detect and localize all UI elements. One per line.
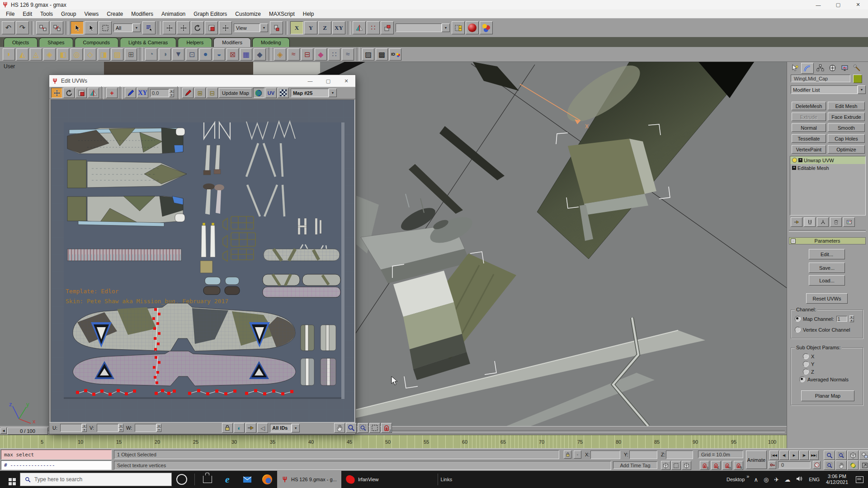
animate-button[interactable]: Animate xyxy=(746,450,767,469)
menu-maxscript[interactable]: MAXScript xyxy=(265,9,299,18)
reference-coordinate-dropdown-arrow-icon[interactable]: ▼ xyxy=(260,23,268,32)
spinner-snap-icon[interactable]: ⇅ xyxy=(734,461,743,470)
pan-view-icon[interactable] xyxy=(835,460,847,470)
select-and-move-icon[interactable] xyxy=(163,21,176,34)
volume-icon[interactable] xyxy=(796,475,802,483)
edit-mesh-icon[interactable]: ⊟ xyxy=(301,48,313,61)
snap-cube-dashed-icon[interactable] xyxy=(671,461,681,470)
snap-cube-icon[interactable] xyxy=(661,461,670,470)
tray-circle-icon[interactable]: ◎ xyxy=(764,476,769,483)
utilities-tab-button[interactable] xyxy=(851,63,863,73)
absolute-offset-toggle[interactable]: ▫ xyxy=(574,450,581,459)
menu-help[interactable]: Help xyxy=(299,9,318,18)
uvw-map-icon[interactable]: ◆ xyxy=(315,48,327,61)
dialog-maximize-button[interactable]: ▢ xyxy=(319,75,337,87)
twist-modifier-icon[interactable]: ◬ xyxy=(30,48,42,61)
window-titlebar[interactable]: HS 126 9.gmax - gmax — ▢ ✕ xyxy=(0,0,868,10)
menu-animation[interactable]: Animation xyxy=(157,9,189,18)
go-to-end-button[interactable]: ▶▶| xyxy=(809,450,819,460)
menu-group[interactable]: Group xyxy=(57,9,80,18)
taper-modifier-icon[interactable]: ◭ xyxy=(16,48,28,61)
show-map-icon[interactable] xyxy=(253,88,264,98)
uv-canvas[interactable]: Template: Edlor Skin: Pete Shaw aka Miss… xyxy=(51,99,355,423)
go-to-start-button[interactable]: |◀◀ xyxy=(769,450,779,460)
make-unique-icon[interactable] xyxy=(817,217,829,227)
edit-uvws-dialog[interactable]: Edit UVWs — ▢ ✕ +XY0.0▲▼⊞⊟Update MapUVMa… xyxy=(49,75,356,434)
named-selection-dropdown-arrow-icon[interactable]: ▼ xyxy=(442,23,450,32)
menu-customize[interactable]: Customize xyxy=(231,9,265,18)
window-minimize-button[interactable]: — xyxy=(808,0,828,9)
stack-item-unwrap-uvw[interactable]: +Unwrap UVW xyxy=(790,156,865,164)
pickup-icon[interactable]: ⊞ xyxy=(194,88,206,98)
bevel-modifier-icon[interactable]: ◨ xyxy=(98,48,110,61)
tab-objects[interactable]: Objects xyxy=(4,38,38,47)
tab-lights-cameras[interactable]: Lights & Cameras xyxy=(120,38,176,47)
update-map-button[interactable]: Update Map xyxy=(219,88,252,98)
track-bar[interactable]: 5101520253035404550556065707580859095100 xyxy=(0,435,787,448)
menu-create[interactable]: Create xyxy=(103,9,127,18)
radio-icon[interactable] xyxy=(803,353,809,359)
tab-modifiers[interactable]: Modifiers xyxy=(213,38,251,47)
min-max-toggle-icon[interactable] xyxy=(859,460,868,470)
restrict-z-button[interactable]: Z xyxy=(318,21,331,34)
radio-icon[interactable] xyxy=(803,369,809,375)
u-field[interactable]: ▲▼ xyxy=(60,424,87,432)
store-button[interactable] xyxy=(198,471,217,488)
zoom-viewport-icon[interactable] xyxy=(824,450,835,460)
sub-object-radio-x[interactable]: X xyxy=(803,353,814,359)
rotate-angle-field-spinner[interactable]: ▲▼ xyxy=(169,89,174,97)
selection-filter-dropdown[interactable]: All▼ xyxy=(113,23,141,32)
edit-patch-icon[interactable]: ◈ xyxy=(274,48,286,61)
deletemesh-button[interactable]: DeleteMesh xyxy=(792,102,826,110)
spline-tools-icon[interactable]: ≈ xyxy=(342,48,354,61)
load-button[interactable]: Load... xyxy=(809,275,845,286)
layer-manager-icon[interactable] xyxy=(452,21,465,34)
show-end-result-icon[interactable] xyxy=(804,217,816,227)
lock-selected-vertices-icon[interactable] xyxy=(222,423,233,433)
key-mode-toggle[interactable] xyxy=(769,461,776,469)
desktop-overflow-chevron[interactable]: » xyxy=(746,474,749,479)
rotate-uv-icon[interactable] xyxy=(63,88,75,98)
stack-item-editable-mesh[interactable]: +Editable Mesh xyxy=(790,164,865,172)
xform-modifier-icon[interactable]: ⊞ xyxy=(125,48,137,61)
sphere-modifier-icon[interactable]: ● xyxy=(199,48,212,61)
move-uv-icon[interactable] xyxy=(51,88,62,98)
v-field[interactable]: ▲▼ xyxy=(97,424,123,432)
edit-mesh-button[interactable]: Edit Mesh xyxy=(828,102,865,110)
noise-modifier-icon[interactable]: ◈ xyxy=(43,48,56,61)
snap-3d-icon[interactable]: 3 xyxy=(700,461,709,470)
bend-modifier-icon[interactable]: ◗ xyxy=(3,48,15,61)
cap-holes-button[interactable]: Cap Holes xyxy=(828,134,865,143)
hierarchy-tab-button[interactable] xyxy=(814,63,826,73)
time-configuration-button[interactable] xyxy=(813,461,821,469)
zoom-all-icon[interactable] xyxy=(835,450,847,460)
id-filter-dropdown-arrow-icon[interactable]: ▼ xyxy=(292,424,300,432)
percent-snap-icon[interactable]: % xyxy=(722,461,732,470)
lattice-modifier-icon[interactable]: ▨ xyxy=(111,48,123,61)
lathe-modifier-icon[interactable]: ◎ xyxy=(71,48,83,61)
sub-object-radio-z[interactable]: Z xyxy=(803,369,814,375)
w-field[interactable]: ▲▼ xyxy=(135,424,161,432)
snap-icon[interactable]: 2 xyxy=(381,423,392,433)
clock[interactable]: 3:06 PM 4/12/2021 xyxy=(826,474,848,485)
checker-flag2-icon[interactable]: ▩ xyxy=(376,48,388,61)
tab-helpers[interactable]: Helpers xyxy=(178,38,212,47)
modifier-stack[interactable]: +Unwrap UVW+Editable Mesh xyxy=(790,156,866,216)
w-field-spinner[interactable]: ▲▼ xyxy=(156,424,161,432)
sub-object-radio-averaged-normals[interactable]: Averaged Normals xyxy=(799,376,849,382)
unwrap-icon[interactable]: ∷ xyxy=(328,48,340,61)
smooth-modifier-icon[interactable]: ◔ xyxy=(145,48,157,61)
spin-up-icon[interactable]: ▲ xyxy=(156,424,161,428)
taskbar-search-box[interactable]: Type here to search xyxy=(20,473,172,486)
paint-select-icon[interactable] xyxy=(182,88,193,98)
spin-up-icon[interactable]: ▲ xyxy=(82,424,87,428)
map-select-dropdown-arrow-icon[interactable]: ▼ xyxy=(329,89,337,97)
material-editor-icon[interactable] xyxy=(466,21,479,34)
soften-selection-icon[interactable] xyxy=(245,423,256,433)
modifier-list-arrow-icon[interactable]: ▼ xyxy=(858,85,866,94)
vertex-color-radio[interactable] xyxy=(795,327,801,333)
map-channel-field[interactable]: 1 xyxy=(836,316,847,322)
extrude-modifier-icon[interactable]: ◧ xyxy=(57,48,69,61)
spin-down-icon[interactable]: ▼ xyxy=(169,93,174,97)
action-center-button[interactable] xyxy=(851,471,868,488)
